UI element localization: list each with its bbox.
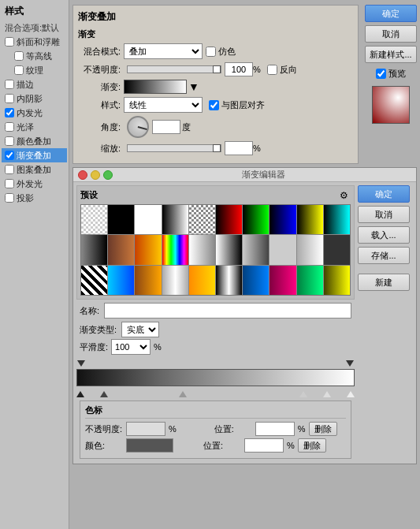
swatch-green[interactable] xyxy=(243,205,269,234)
gradient-main-bar[interactable] xyxy=(76,369,355,386)
sidebar-item-satin[interactable]: 光泽 xyxy=(2,120,67,134)
new-style-button[interactable]: 新建样式... xyxy=(365,46,417,63)
angle-input[interactable]: 15 xyxy=(152,120,180,134)
swatch-r2-2[interactable] xyxy=(108,235,134,264)
ge-save-button[interactable]: 存储... xyxy=(358,247,410,264)
swatch-red[interactable] xyxy=(216,205,242,234)
color-stop-1[interactable] xyxy=(76,391,84,397)
gradient-swatch[interactable] xyxy=(124,80,187,94)
ge-new-button[interactable]: 新建 xyxy=(358,274,410,291)
swatch-r3-3[interactable] xyxy=(135,266,161,295)
scale-slider[interactable] xyxy=(127,144,221,152)
sidebar-checkbox-texture[interactable] xyxy=(14,65,24,75)
swatch-checker-h[interactable] xyxy=(189,205,215,234)
gear-icon[interactable]: ⚙ xyxy=(340,190,351,201)
type-select[interactable]: 实底 杂色 xyxy=(121,322,159,337)
ge-load-button[interactable]: 载入... xyxy=(358,226,410,244)
gradient-dropdown-arrow[interactable]: ▼ xyxy=(188,80,199,93)
swatch-r2-5[interactable] xyxy=(189,235,215,264)
sidebar-item-stroke[interactable]: 描边 xyxy=(2,77,67,91)
close-button[interactable] xyxy=(78,170,87,180)
fake-color-checkbox[interactable] xyxy=(206,47,216,57)
angle-dial[interactable] xyxy=(127,116,149,138)
stop-position-input1[interactable] xyxy=(255,422,295,436)
swatch-yellow[interactable] xyxy=(297,205,323,234)
swatch-r2-8[interactable] xyxy=(269,235,295,264)
maximize-button[interactable] xyxy=(103,170,113,180)
color-stop-3[interactable] xyxy=(179,391,187,397)
swatch-r3-2[interactable] xyxy=(108,266,134,295)
sidebar-checkbox-satin[interactable] xyxy=(5,122,14,132)
sidebar-checkbox-bevel[interactable] xyxy=(5,37,14,47)
opacity-slider[interactable] xyxy=(127,65,221,73)
sidebar-item-drop-shadow[interactable]: 投影 xyxy=(2,191,67,205)
sidebar-checkbox-outer-glow[interactable] xyxy=(5,179,14,188)
stop-color-swatch[interactable] xyxy=(126,438,173,453)
scale-input[interactable]: 100 xyxy=(225,141,253,155)
delete-button-1[interactable]: 删除 xyxy=(309,422,337,436)
reverse-checkbox[interactable] xyxy=(267,65,277,75)
ok-button[interactable]: 确定 xyxy=(365,5,417,22)
swatch-r3-6[interactable] xyxy=(216,266,242,295)
swatch-r3-8[interactable] xyxy=(269,266,295,295)
swatch-white[interactable] xyxy=(135,205,161,234)
sidebar-item-contour[interactable]: 等高线 xyxy=(2,49,67,63)
color-stop-4[interactable] xyxy=(299,391,307,397)
sidebar-checkbox-inner-glow[interactable] xyxy=(5,108,14,117)
sidebar-item-inner-shadow[interactable]: 内阴影 xyxy=(2,91,67,106)
swatch-r2-7[interactable] xyxy=(243,235,269,264)
swatch-bw[interactable] xyxy=(162,205,188,234)
swatch-r2-1[interactable] xyxy=(81,235,107,264)
scale-thumb[interactable] xyxy=(213,144,221,152)
sidebar-item-outer-glow[interactable]: 外发光 xyxy=(2,177,67,191)
opacity-stop-right[interactable] xyxy=(346,360,354,367)
swatch-r3-1[interactable] xyxy=(81,266,107,295)
sidebar-checkbox-color-overlay[interactable] xyxy=(5,136,14,146)
preview-checkbox[interactable] xyxy=(376,69,386,79)
swatch-r2-6[interactable] xyxy=(216,235,242,264)
sidebar-item-bevel[interactable]: 斜面和浮雕 xyxy=(2,35,67,49)
stop-opacity-input[interactable] xyxy=(126,422,165,436)
align-layer-checkbox[interactable] xyxy=(209,100,219,110)
minimize-button[interactable] xyxy=(91,170,100,180)
swatch-r2-10[interactable] xyxy=(324,235,350,264)
swatch-r2-4[interactable] xyxy=(162,235,188,264)
delete-button-2[interactable]: 删除 xyxy=(298,438,326,453)
swatch-r3-4[interactable] xyxy=(162,266,188,295)
sidebar-item-gradient-overlay[interactable]: 渐变叠加 xyxy=(2,148,67,162)
sidebar-checkbox-stroke[interactable] xyxy=(5,80,14,89)
ge-cancel-button[interactable]: 取消 xyxy=(358,206,410,223)
sidebar-checkbox-inner-shadow[interactable] xyxy=(5,94,14,103)
swatch-r3-9[interactable] xyxy=(297,266,323,295)
stop-position-input2[interactable] xyxy=(244,438,284,453)
smooth-select[interactable]: 100 xyxy=(111,339,151,355)
sidebar-item-texture[interactable]: 纹理 xyxy=(2,63,67,77)
sidebar-checkbox-contour[interactable] xyxy=(14,51,24,61)
sidebar-item-inner-glow[interactable]: 内发光 xyxy=(2,106,67,120)
opacity-stop-left[interactable] xyxy=(77,360,85,367)
color-stop-5[interactable] xyxy=(323,391,331,397)
swatch-r2-9[interactable] xyxy=(297,235,323,264)
style-select[interactable]: 线性 xyxy=(124,97,203,113)
name-input[interactable]: 自定 xyxy=(104,303,351,319)
swatch-transparent[interactable] xyxy=(81,205,107,234)
swatch-blue[interactable] xyxy=(269,205,295,234)
cancel-button[interactable]: 取消 xyxy=(365,25,417,43)
swatch-cyan[interactable] xyxy=(324,205,350,234)
sidebar-item-pattern-overlay[interactable]: 图案叠加 xyxy=(2,162,67,177)
opacity-thumb[interactable] xyxy=(213,65,221,73)
swatch-r3-5[interactable] xyxy=(189,266,215,295)
sidebar-checkbox-gradient-overlay[interactable] xyxy=(5,151,14,160)
sidebar-item-color-overlay[interactable]: 颜色叠加 xyxy=(2,134,67,148)
swatch-r3-7[interactable] xyxy=(243,266,269,295)
sidebar-checkbox-pattern-overlay[interactable] xyxy=(5,165,14,174)
blend-mode-select[interactable]: 叠加 xyxy=(124,43,203,59)
opacity-input[interactable]: 100 xyxy=(225,62,253,76)
color-stop-6[interactable] xyxy=(347,391,355,397)
color-stop-2[interactable] xyxy=(100,391,108,397)
swatch-r3-10[interactable] xyxy=(324,266,350,295)
swatch-r2-3[interactable] xyxy=(135,235,161,264)
sidebar-checkbox-drop-shadow[interactable] xyxy=(5,193,14,203)
swatch-black[interactable] xyxy=(108,205,134,234)
ge-ok-button[interactable]: 确定 xyxy=(358,185,410,203)
